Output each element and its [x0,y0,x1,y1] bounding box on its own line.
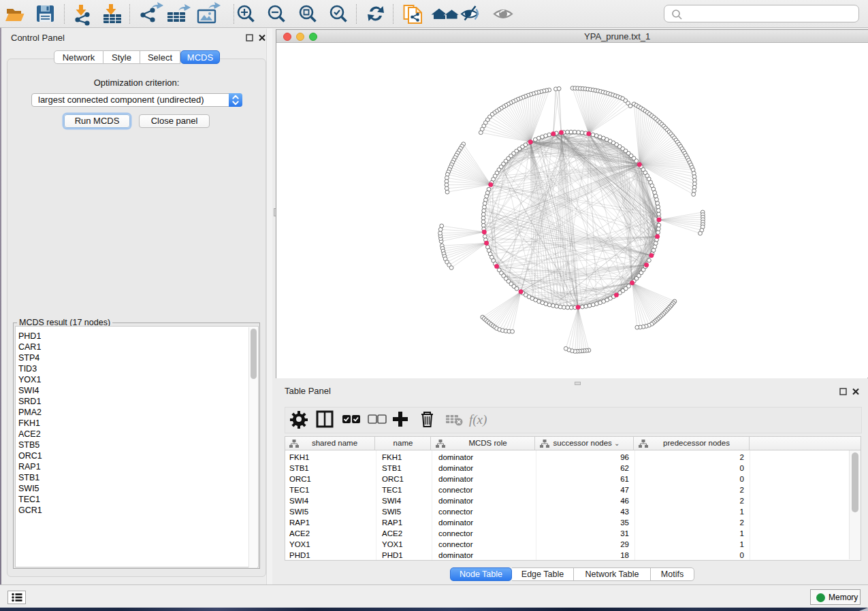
svg-text:f(x): f(x) [469,412,487,427]
